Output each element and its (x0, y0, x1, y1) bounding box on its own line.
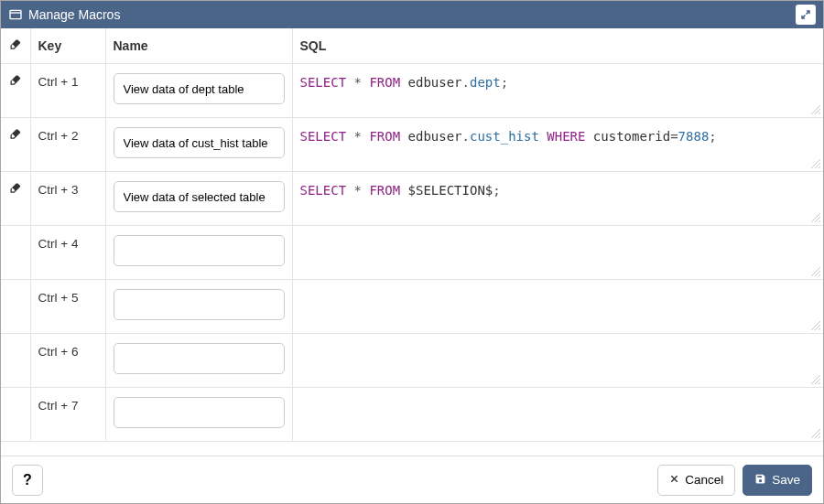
save-label: Save (772, 473, 800, 487)
eraser-icon (8, 39, 22, 54)
header-name: Name (105, 28, 292, 64)
header-trash (1, 28, 30, 64)
trash-cell (1, 226, 30, 280)
table-row: Ctrl + 1SELECT * FROM edbuser.dept; (1, 64, 823, 118)
name-input[interactable] (114, 127, 285, 158)
table-row: Ctrl + 7 (1, 388, 823, 442)
sql-editor[interactable] (300, 397, 815, 432)
manage-macros-dialog: Manage Macros Key Name SQL (0, 0, 824, 504)
table-row: Ctrl + 5 (1, 280, 823, 334)
help-button[interactable]: ? (12, 465, 43, 496)
table-row: Ctrl + 2SELECT * FROM edbuser.cust_hist … (1, 118, 823, 172)
close-icon (669, 473, 679, 487)
key-cell: Ctrl + 7 (30, 388, 105, 442)
sql-cell (292, 280, 823, 334)
save-icon (754, 473, 766, 488)
header-key: Key (30, 28, 105, 64)
name-cell (105, 118, 292, 172)
header-sql: SQL (292, 28, 823, 64)
trash-cell (1, 64, 30, 118)
clear-row-icon[interactable] (8, 127, 22, 141)
clear-row-icon[interactable] (8, 73, 22, 87)
name-input[interactable] (114, 181, 285, 212)
sql-editor[interactable]: SELECT * FROM edbuser.cust_hist WHERE cu… (300, 127, 815, 162)
cancel-label: Cancel (685, 473, 723, 487)
titlebar: Manage Macros (1, 1, 823, 28)
resize-handle-icon[interactable] (810, 266, 821, 277)
name-input[interactable] (114, 73, 285, 104)
trash-cell (1, 172, 30, 226)
key-cell: Ctrl + 6 (30, 334, 105, 388)
name-input[interactable] (114, 343, 285, 374)
macros-table: Key Name SQL Ctrl + 1SELECT * FROM edbus… (1, 28, 823, 442)
resize-handle-icon[interactable] (810, 104, 821, 115)
name-input[interactable] (114, 397, 285, 428)
sql-editor[interactable] (300, 289, 815, 324)
resize-handle-icon[interactable] (810, 428, 821, 439)
table-row: Ctrl + 3SELECT * FROM $SELECTION$; (1, 172, 823, 226)
sql-cell: SELECT * FROM edbuser.dept; (292, 64, 823, 118)
resize-handle-icon[interactable] (810, 374, 821, 385)
resize-handle-icon[interactable] (810, 158, 821, 169)
table-row: Ctrl + 4 (1, 226, 823, 280)
trash-cell (1, 334, 30, 388)
name-cell (105, 64, 292, 118)
footer: ? Cancel Save (1, 456, 823, 503)
name-cell (105, 280, 292, 334)
sql-cell (292, 226, 823, 280)
save-button[interactable]: Save (743, 465, 812, 496)
dialog-title: Manage Macros (28, 7, 796, 22)
cancel-button[interactable]: Cancel (657, 465, 735, 496)
resize-handle-icon[interactable] (810, 320, 821, 331)
svg-rect-0 (10, 10, 21, 18)
sql-cell: SELECT * FROM edbuser.cust_hist WHERE cu… (292, 118, 823, 172)
sql-cell: SELECT * FROM $SELECTION$; (292, 172, 823, 226)
macros-icon (8, 7, 23, 22)
name-input[interactable] (114, 289, 285, 320)
sql-editor[interactable]: SELECT * FROM $SELECTION$; (300, 181, 815, 216)
name-cell (105, 334, 292, 388)
resize-handle-icon[interactable] (810, 212, 821, 223)
trash-cell (1, 280, 30, 334)
table-scroll[interactable]: Key Name SQL Ctrl + 1SELECT * FROM edbus… (1, 28, 823, 456)
key-cell: Ctrl + 4 (30, 226, 105, 280)
trash-cell (1, 118, 30, 172)
name-cell (105, 388, 292, 442)
sql-cell (292, 334, 823, 388)
sql-editor[interactable] (300, 343, 815, 378)
sql-cell (292, 388, 823, 442)
key-cell: Ctrl + 3 (30, 172, 105, 226)
trash-cell (1, 388, 30, 442)
sql-editor[interactable] (300, 235, 815, 270)
table-row: Ctrl + 6 (1, 334, 823, 388)
key-cell: Ctrl + 5 (30, 280, 105, 334)
key-cell: Ctrl + 1 (30, 64, 105, 118)
name-cell (105, 226, 292, 280)
sql-editor[interactable]: SELECT * FROM edbuser.dept; (300, 73, 815, 108)
clear-row-icon[interactable] (8, 181, 22, 195)
header-row: Key Name SQL (1, 28, 823, 64)
name-cell (105, 172, 292, 226)
name-input[interactable] (114, 235, 285, 266)
key-cell: Ctrl + 2 (30, 118, 105, 172)
expand-button[interactable] (796, 5, 816, 25)
dialog-body: Key Name SQL Ctrl + 1SELECT * FROM edbus… (1, 28, 823, 456)
